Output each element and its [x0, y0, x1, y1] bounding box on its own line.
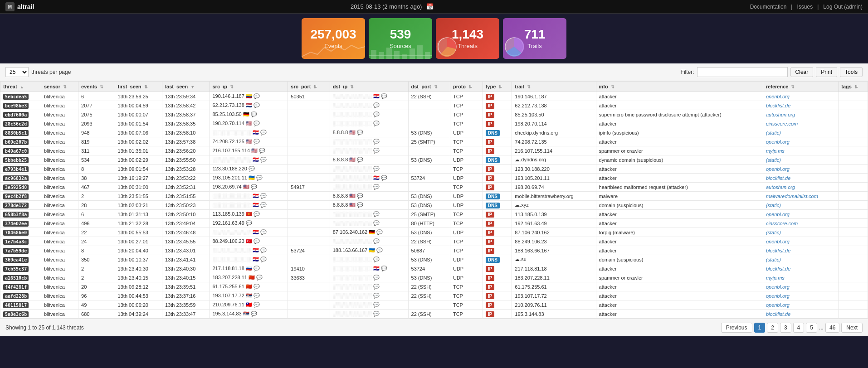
threat-cell[interactable]: 7cb55c37	[0, 264, 41, 273]
trail-cell[interactable]: 87.106.240.162	[512, 228, 596, 237]
dst-comment-icon[interactable]: 💬	[373, 102, 380, 108]
reference-cell[interactable]: (static)	[763, 201, 838, 210]
reference-cell[interactable]: openbl.org	[763, 237, 838, 246]
threat-cell[interactable]: 5bbebb25	[0, 155, 41, 165]
threat-cell[interactable]: 8830b5c1	[0, 128, 41, 137]
page-1[interactable]: 1	[754, 323, 766, 333]
src-ip-cell[interactable]: 88.249.106.23 🇹🇷 💬	[210, 237, 288, 246]
reference-cell[interactable]: openbl.org	[763, 282, 838, 291]
calendar-icon[interactable]: 📅	[426, 3, 434, 10]
src-comment-icon[interactable]: 💬	[254, 238, 260, 244]
dst-ip-cell[interactable]: 188.163.66.167 🇺🇦 💬	[330, 246, 408, 255]
trail-cell[interactable]: 183.207.228.11	[512, 273, 596, 282]
col-events[interactable]: events ⇅	[78, 82, 115, 92]
dst-ip-cell[interactable]: 8.8.8.8 🇺🇸 💬	[330, 201, 408, 210]
threat-cell[interactable]: 658b3f8a	[0, 210, 41, 219]
threat-cell[interactable]: 278de172	[0, 201, 41, 210]
stat-sources[interactable]: 539 Sources	[369, 18, 432, 59]
src-comment-icon[interactable]: 💬	[251, 184, 257, 189]
src-comment-icon[interactable]: 💬	[254, 121, 260, 126]
src-ip-cell[interactable]: 198.20.70.114 🇺🇸 💬	[210, 119, 288, 128]
col-reference[interactable]: reference ⇅	[763, 82, 838, 92]
trail-cell[interactable]: 193.105.201.11	[512, 174, 596, 183]
dst-ip-cell[interactable]: ░░░░░░░░░░░ 💬	[330, 300, 408, 310]
trail-cell[interactable]: 190.146.1.187	[512, 92, 596, 101]
dst-ip-cell[interactable]: ░░░░░░░░░░░ 💬	[330, 237, 408, 246]
reference-cell[interactable]: openbl.org	[763, 210, 838, 219]
threat-cell[interactable]: 374e02ee	[0, 219, 41, 228]
src-ip-cell[interactable]: 113.185.0.139 🇻🇳 💬	[210, 210, 288, 219]
dst-ip-cell[interactable]: ░░░░░░░░░░░ 🇭🇷 💬	[330, 174, 408, 183]
dst-ip-cell[interactable]: 8.8.8.8 🇺🇸 💬	[330, 155, 408, 165]
src-ip-cell[interactable]: 210.209.76.11 🇹🇼 💬	[210, 300, 288, 310]
trail-cell[interactable]: 188.163.66.167	[512, 246, 596, 255]
dst-ip-cell[interactable]: ░░░░░░░░░░░ 💬	[330, 101, 408, 110]
tools-button[interactable]: Tools	[840, 67, 863, 77]
dst-ip-cell[interactable]: ░░░░░░░░░░░ 💬	[330, 255, 408, 264]
src-ip-cell[interactable]: 193.107.17.72 🇷🇸 💬	[210, 291, 288, 300]
src-comment-icon[interactable]: 💬	[260, 130, 267, 135]
src-ip-cell[interactable]: ░░░░░░░░░░░ 🇭🇷 💬	[210, 228, 288, 237]
trail-cell[interactable]: mobile.bitterstrawberry.org	[512, 192, 596, 201]
threat-cell[interactable]: 7a7b59de	[0, 246, 41, 255]
threat-cell[interactable]: b49a67c0	[0, 146, 41, 155]
dst-comment-icon[interactable]: 💬	[373, 238, 380, 244]
reference-cell[interactable]: openbl.org	[763, 291, 838, 300]
reference-cell[interactable]: malwaredomainlist.com	[763, 192, 838, 201]
dst-ip-cell[interactable]: ░░░░░░░░░░░ 💬	[330, 310, 408, 319]
src-ip-cell[interactable]: 190.146.1.187 🇨🇴 💬	[210, 92, 288, 101]
col-type[interactable]: type ⇅	[483, 82, 512, 92]
trail-cell[interactable]: 195.3.144.83	[512, 310, 596, 319]
dst-ip-cell[interactable]: ░░░░░░░░░░░ 💬	[330, 119, 408, 128]
clear-button[interactable]: Clear	[790, 67, 814, 77]
threat-cell[interactable]: 369ea41e	[0, 255, 41, 264]
dst-comment-icon[interactable]: 💬	[373, 293, 380, 298]
src-comment-icon[interactable]: 💬	[249, 166, 255, 171]
trail-cell[interactable]: 216.107.155.114	[512, 146, 596, 155]
reference-cell[interactable]: (static)	[763, 228, 838, 237]
col-src-ip[interactable]: src_ip ⇅	[210, 82, 288, 92]
trail-cell[interactable]: 61.175.255.61	[512, 282, 596, 291]
dst-comment-icon[interactable]: 💬	[373, 284, 380, 289]
dst-comment-icon[interactable]: 💬	[357, 157, 363, 162]
dst-ip-cell[interactable]: ░░░░░░░░░░░ 💬	[330, 273, 408, 282]
dst-comment-icon[interactable]: 💬	[373, 121, 380, 126]
threat-cell[interactable]: ebd7600a	[0, 110, 41, 119]
reference-cell[interactable]: openbl.org	[763, 300, 838, 310]
threat-cell[interactable]: 1e7b4a8c	[0, 237, 41, 246]
reference-cell[interactable]: myip.ms	[763, 146, 838, 155]
dst-ip-cell[interactable]: ░░░░░░░░░░░ 💬	[330, 219, 408, 228]
next-button[interactable]: Next	[841, 323, 863, 333]
threat-cell[interactable]: 5a8e3c6b	[0, 310, 41, 319]
trail-cell[interactable]: 198.20.70.114	[512, 119, 596, 128]
src-ip-cell[interactable]: ░░░░░░░░░░░ 🇭🇷 💬	[210, 201, 288, 210]
src-ip-cell[interactable]: ░░░░░░░░░░░ 🇭🇷 💬	[210, 246, 288, 255]
src-ip-cell[interactable]: 195.3.144.83 🇷🇸 💬	[210, 310, 288, 319]
reference-cell[interactable]: (static)	[763, 155, 838, 165]
src-comment-icon[interactable]: 💬	[254, 284, 260, 289]
reference-cell[interactable]: myip.ms	[763, 273, 838, 282]
stat-trails[interactable]: 711 Trails	[503, 18, 566, 59]
src-ip-cell[interactable]: 216.107.155.114 🇺🇸 💬	[210, 146, 288, 155]
src-ip-cell[interactable]: 123.30.188.220 💬	[210, 165, 288, 174]
trail-cell[interactable]: checkip.dyndns.org	[512, 128, 596, 137]
dst-ip-cell[interactable]: ░░░░░░░░░░░ 💬	[330, 146, 408, 155]
dst-ip-cell[interactable]: ░░░░░░░░░░░ 💬	[330, 137, 408, 146]
dst-comment-icon[interactable]: 💬	[381, 93, 387, 99]
dst-ip-cell[interactable]: ░░░░░░░░░░░ 💬	[330, 183, 408, 192]
trail-cell[interactable]: 193.107.17.72	[512, 291, 596, 300]
reference-cell[interactable]: openbl.org	[763, 92, 838, 101]
reference-cell[interactable]: (static)	[763, 255, 838, 264]
dst-comment-icon[interactable]: 💬	[357, 130, 363, 135]
col-proto[interactable]: proto ⇅	[450, 82, 483, 92]
threat-cell[interactable]: 40115817	[0, 300, 41, 310]
src-ip-cell[interactable]: 183.207.228.11 🇨🇳 💬	[210, 273, 288, 282]
src-ip-cell[interactable]: ░░░░░░░░░░░ 🇭🇷 💬	[210, 155, 288, 165]
src-comment-icon[interactable]: 💬	[251, 311, 257, 316]
threat-cell[interactable]: 3e5925d0	[0, 183, 41, 192]
stat-events[interactable]: 257,003 Events	[302, 18, 365, 59]
page-2[interactable]: 2	[767, 323, 778, 333]
dst-comment-icon[interactable]: 💬	[373, 111, 380, 117]
col-sensor[interactable]: sensor ⇅	[41, 82, 78, 92]
print-button[interactable]: Print	[816, 67, 837, 77]
